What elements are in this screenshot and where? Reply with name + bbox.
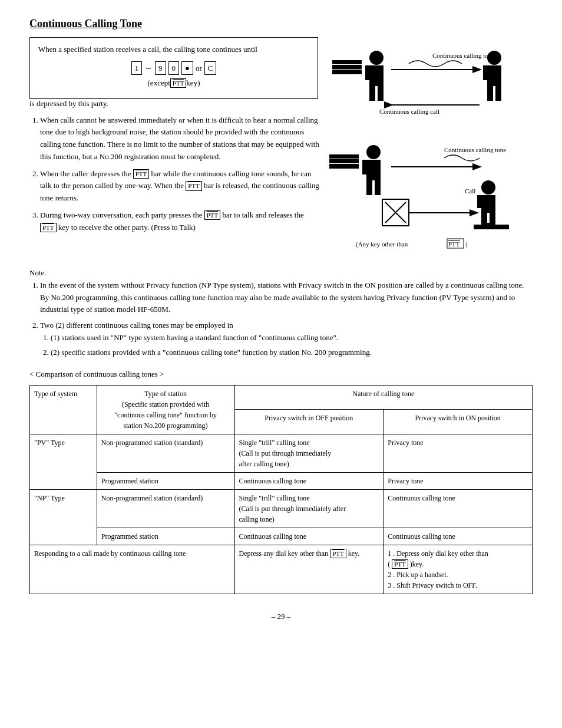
label-cont-calling-call: Continuous calling call bbox=[379, 108, 439, 115]
td-np-off-b: Continuous calling tone bbox=[234, 528, 384, 545]
svg-rect-33 bbox=[477, 195, 483, 208]
th-type-station: Type of station (Specific station provid… bbox=[97, 385, 234, 434]
svg-point-31 bbox=[481, 180, 495, 195]
label-call: Call bbox=[465, 187, 475, 195]
note-item-2: Two (2) different continuous calling ton… bbox=[40, 319, 533, 358]
svg-rect-38 bbox=[474, 225, 509, 229]
ptt-badge-3a: PTT bbox=[204, 210, 221, 220]
svg-rect-8 bbox=[378, 86, 384, 101]
key-9: 9 bbox=[155, 61, 166, 75]
svg-rect-24 bbox=[366, 180, 372, 195]
svg-rect-19 bbox=[329, 154, 359, 159]
svg-rect-6 bbox=[378, 65, 384, 80]
svg-rect-14 bbox=[487, 86, 493, 101]
th-nature: Nature of calling tone bbox=[234, 385, 533, 410]
note-list: In the event of the system without Priva… bbox=[40, 279, 533, 359]
svg-rect-2 bbox=[332, 60, 362, 64]
page-title: Continuous Calling Tone bbox=[29, 18, 533, 30]
key-c: C bbox=[204, 61, 217, 75]
key-0: 0 bbox=[168, 61, 180, 75]
td-pv-off-b: Continuous calling tone bbox=[234, 472, 384, 489]
td-pv-on-b: Privacy tone bbox=[384, 472, 533, 489]
svg-point-3 bbox=[369, 51, 384, 65]
main-list: When calls cannot be answered immediatel… bbox=[40, 114, 320, 234]
td-respond-on: 1 . Depress only dial key other than ( P… bbox=[384, 545, 533, 594]
ptt-badge-respond2: PTT bbox=[392, 559, 408, 569]
main-list-item-1: When calls cannot be answered immediatel… bbox=[40, 114, 320, 163]
main-list-item-3: During two-way conversation, each party … bbox=[40, 209, 320, 234]
svg-rect-0 bbox=[332, 70, 362, 74]
td-pv-on-a: Privacy tone bbox=[384, 434, 533, 472]
svg-text:): ) bbox=[465, 241, 468, 248]
th-type-system: Type of system bbox=[30, 385, 97, 434]
svg-rect-17 bbox=[329, 164, 359, 169]
svg-point-10 bbox=[487, 51, 501, 65]
th-privacy-off: Privacy switch in OFF position bbox=[234, 410, 384, 434]
inner-list: (1) stations used in "NP" type system ha… bbox=[51, 332, 533, 359]
ptt-badge-intro: PTT bbox=[170, 78, 187, 88]
inner-item-2: (2) specific stations provided with a "c… bbox=[51, 347, 533, 359]
ptt-badge-respond: PTT bbox=[330, 549, 346, 558]
svg-text:PTT: PTT bbox=[448, 241, 460, 248]
svg-rect-34 bbox=[490, 195, 495, 208]
ptt-badge-3b: PTT bbox=[40, 223, 57, 232]
td-np-on-a: Continuous calling tone bbox=[384, 489, 533, 528]
svg-rect-22 bbox=[362, 160, 368, 174]
intro-box: When a specified station receives a call… bbox=[29, 37, 318, 99]
td-np-station-a: Non-programmed station (standard) bbox=[97, 489, 234, 528]
svg-rect-15 bbox=[495, 86, 501, 101]
td-pv-station-a: Non-programmed station (standard) bbox=[97, 434, 234, 472]
svg-rect-1 bbox=[332, 65, 362, 69]
td-pv-off-a: Single "trill" calling tone(Call is put … bbox=[234, 434, 384, 472]
svg-point-20 bbox=[366, 145, 381, 159]
td-np-on-b: Continuous calling tone bbox=[384, 528, 533, 545]
main-list-item-2: When the caller depresses the PTT bar wh… bbox=[40, 168, 320, 205]
note-section: Note. In the event of the system without… bbox=[29, 267, 533, 359]
svg-rect-7 bbox=[369, 86, 375, 101]
td-np-system: "NP" Type bbox=[30, 489, 97, 545]
inner-item-1: (1) stations used in "NP" type system ha… bbox=[51, 332, 533, 344]
label-cont-tone-mid: Continuous calling tone bbox=[444, 146, 506, 153]
svg-rect-5 bbox=[365, 65, 371, 80]
svg-rect-25 bbox=[375, 180, 381, 195]
except-row: (exceptPTTkey) bbox=[38, 77, 309, 89]
note-item-1: In the event of the system without Priva… bbox=[40, 279, 533, 316]
diagram-svg: Continuous calling tone Continu bbox=[320, 37, 533, 261]
td-np-station-b: Programmed station bbox=[97, 528, 234, 545]
key-dot: ● bbox=[181, 61, 193, 75]
svg-rect-13 bbox=[495, 65, 501, 80]
td-pv-station-b: Programmed station bbox=[97, 472, 234, 489]
note-title: Note. bbox=[29, 268, 47, 277]
comparison-title: < Comparison of continuous calling tones… bbox=[29, 370, 533, 379]
ptt-badge-2b: PTT bbox=[186, 181, 202, 190]
td-np-off-a: Single "trill" calling tone(Call is put … bbox=[234, 489, 384, 528]
compare-table: Type of system Type of station (Specific… bbox=[29, 385, 533, 594]
page-number: – 29 – bbox=[29, 612, 533, 621]
th-privacy-on: Privacy switch in ON position bbox=[384, 410, 533, 434]
svg-rect-12 bbox=[483, 65, 489, 80]
label-cont-tone-top: Continuous calling tone bbox=[432, 52, 494, 59]
svg-rect-23 bbox=[375, 160, 381, 174]
key-1: 1 bbox=[131, 61, 143, 75]
td-respond-off: Depress any dial key other than PTT key. bbox=[234, 545, 384, 594]
td-pv-system: "PV" Type bbox=[30, 434, 97, 489]
ptt-badge-2a: PTT bbox=[133, 169, 150, 179]
intro-text: When a specified station receives a call… bbox=[38, 44, 309, 55]
td-respond-label: Responding to a call made by continuous … bbox=[30, 545, 235, 594]
diagram-area: Continuous calling tone Continu bbox=[320, 37, 533, 261]
label-any-key: (Any key other than bbox=[356, 241, 408, 248]
svg-rect-18 bbox=[329, 159, 359, 163]
